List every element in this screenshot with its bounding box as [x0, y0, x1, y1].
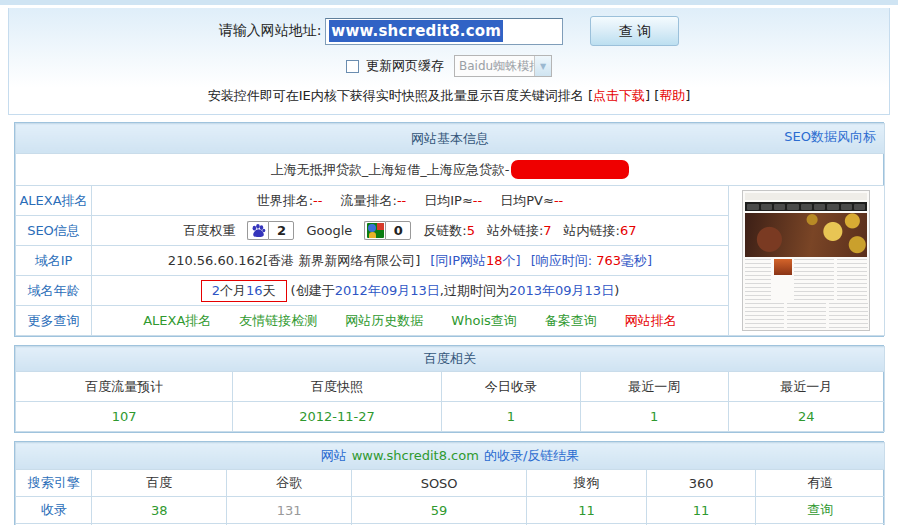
update-cache-checkbox[interactable]	[346, 60, 359, 73]
more-link-siterank[interactable]: 网站排名	[625, 312, 677, 330]
response-time-link[interactable]: [响应时间: 763毫秒]	[531, 252, 653, 270]
engine-baidu: 百度	[92, 470, 227, 497]
included-google: 131	[227, 497, 352, 524]
same-ip-link[interactable]: [同IP网站18个]	[430, 252, 520, 270]
search-row: 请输入网站地址: www.shcredit8.com 查 询	[9, 16, 889, 46]
traffic-rank-value: --	[397, 193, 406, 208]
traffic-estimate-value: 107	[16, 402, 233, 432]
alexa-rank-values: 世界排名:-- 流量排名:-- 日均IP≈-- 日均PV≈--	[92, 186, 729, 216]
included-soso: 59	[352, 497, 527, 524]
domain-ip-values: 210.56.60.162[香港 新界新网络有限公司] [同IP网站18个] […	[92, 246, 729, 276]
site-title: 上海无抵押贷款_上海短借_上海应急贷款-	[271, 161, 510, 179]
baidu-related-header: 百度相关	[16, 347, 885, 372]
thumb-footer	[745, 303, 867, 328]
engine-header-row: 搜索引擎 百度 谷歌 SOSO 搜狗 360 有道	[16, 470, 885, 497]
update-cache-label: 更新网页缓存	[366, 57, 444, 75]
alexa-rank-label: ALEXA排名	[16, 186, 92, 216]
baidu-paw-icon	[247, 221, 268, 240]
col-traffic-estimate: 百度流量预计	[16, 372, 233, 402]
baidu-snapshot-value: 2012-11-27	[233, 402, 442, 432]
col-last-month: 最近一月	[728, 372, 884, 402]
domain-dates: (创建于2012年09月13日,过期时间为2013年09月13日)	[291, 282, 620, 300]
more-link-whois[interactable]: Whois查询	[451, 312, 516, 330]
more-link-history[interactable]: 网站历史数据	[345, 312, 423, 330]
search-panel: 请输入网站地址: www.shcredit8.com 查 询 更新网页缓存 Ba…	[8, 8, 890, 115]
more-queries-label: 更多查询	[16, 306, 92, 336]
external-links-value: 7	[543, 223, 551, 238]
engine-360: 360	[646, 470, 755, 497]
included-row: 收录 38 131 59 11 11 查询	[16, 497, 885, 524]
more-link-alexa[interactable]: ALEXA排名	[143, 312, 211, 330]
included-baidu: 38	[92, 497, 227, 524]
basic-info-header: 网站基本信息 SEO数据风向标	[16, 124, 885, 154]
google-pr-badge: 0	[364, 221, 411, 240]
included-sogou: 11	[526, 497, 646, 524]
index-results-section: 网站 www.shcredit8.com 的收录/反链结果 搜索引擎 百度 谷歌…	[14, 441, 884, 525]
page-top-strip	[0, 0, 898, 5]
spider-simulate-select[interactable]: Baidu蜘蛛模拟 ▼	[454, 55, 552, 77]
col-today-included: 今日收录	[441, 372, 580, 402]
included-row-label: 收录	[16, 497, 92, 524]
baidu-weight-value: 2	[268, 221, 294, 240]
redacted-block	[511, 160, 629, 179]
url-input[interactable]: www.shcredit8.com	[325, 18, 563, 45]
today-included-value: 1	[441, 402, 580, 432]
baidu-weight-badge: 2	[247, 221, 294, 240]
google-pr-value: 0	[385, 221, 411, 240]
daily-ip-value: --	[473, 193, 482, 208]
baidu-related-columns: 百度流量预计 百度快照 今日收录 最近一周 最近一月	[16, 372, 885, 402]
header-domain: www.shcredit8.com	[352, 443, 479, 469]
url-input-label: 请输入网站地址:	[219, 22, 322, 40]
last-week-value: 1	[580, 402, 728, 432]
daily-pv-value: --	[554, 193, 563, 208]
notice-text: 安装控件即可在IE内核下获得实时快照及批量显示百度关键词排名	[208, 88, 584, 103]
seo-info-label: SEO信息	[16, 216, 92, 246]
engine-sogou: 搜狗	[526, 470, 646, 497]
domain-age-box: 2个月16天	[201, 280, 287, 302]
engines-row-label: 搜索引擎	[16, 470, 92, 497]
index-results-header: 网站 www.shcredit8.com 的收录/反链结果	[16, 443, 885, 470]
more-queries-links: ALEXA排名 友情链接检测 网站历史数据 Whois查询 备案查询 网站排名	[92, 306, 729, 336]
site-title-cell: 上海无抵押贷款_上海短借_上海应急贷款-	[16, 154, 885, 186]
url-input-value: www.shcredit8.com	[329, 20, 503, 42]
expire-date: 2013年09月13日	[509, 283, 614, 298]
chevron-down-icon: ▼	[534, 56, 551, 76]
engine-soso: SOSO	[352, 470, 527, 497]
col-baidu-snapshot: 百度快照	[233, 372, 442, 402]
basic-info-section: 网站基本信息 SEO数据风向标 上海无抵押贷款_上海短借_上海应急贷款- ALE…	[14, 122, 884, 337]
seo-trend-link[interactable]: SEO数据风向标	[784, 124, 876, 150]
query-button[interactable]: 查 询	[590, 16, 679, 46]
more-link-friendlinks[interactable]: 友情链接检测	[239, 312, 317, 330]
seo-info-values: 百度权重 2 Google 0 反链数:5 站外链接:7 站内链接:67	[92, 216, 729, 246]
backlink-count-value: 5	[467, 223, 475, 238]
cache-row: 更新网页缓存 Baidu蜘蛛模拟 ▼	[9, 55, 889, 77]
site-thumbnail-cell	[728, 186, 884, 336]
engine-youdao: 有道	[756, 470, 885, 497]
download-link[interactable]: 点击下载	[593, 88, 645, 103]
site-thumbnail[interactable]	[742, 190, 870, 331]
ip-address: 210.56.60.162[香港 新界新网络有限公司]	[168, 252, 420, 270]
internal-links-value: 67	[620, 223, 637, 238]
domain-age-values: 2个月16天 (创建于2012年09月13日,过期时间为2013年09月13日)	[92, 276, 729, 306]
domain-age-label: 域名年龄	[16, 276, 92, 306]
more-link-icp[interactable]: 备案查询	[545, 312, 597, 330]
created-date: 2012年09月13日	[335, 283, 440, 298]
included-360: 11	[646, 497, 755, 524]
baidu-related-section: 百度相关 百度流量预计 百度快照 今日收录 最近一周 最近一月 107 2012…	[14, 345, 884, 433]
thumb-banner-coins	[745, 213, 867, 257]
thumb-browser-bar	[745, 193, 867, 200]
included-youdao-query-link[interactable]: 查询	[807, 502, 833, 517]
notice-row: 安装控件即可在IE内核下获得实时快照及批量显示百度关键词排名 [点击下载] [帮…	[9, 87, 889, 105]
last-month-value: 24	[728, 402, 884, 432]
google-pr-icon	[364, 221, 385, 240]
thumb-inline-image	[774, 259, 792, 275]
thumb-content	[745, 259, 867, 301]
col-last-week: 最近一周	[580, 372, 728, 402]
spider-select-value: Baidu蜘蛛模拟	[455, 58, 534, 75]
help-link[interactable]: 帮助	[659, 88, 685, 103]
engine-google: 谷歌	[227, 470, 352, 497]
world-rank-value: --	[313, 193, 322, 208]
baidu-related-values: 107 2012-11-27 1 1 24	[16, 402, 885, 432]
domain-ip-label: 域名IP	[16, 246, 92, 276]
thumb-nav-bar	[745, 202, 867, 211]
